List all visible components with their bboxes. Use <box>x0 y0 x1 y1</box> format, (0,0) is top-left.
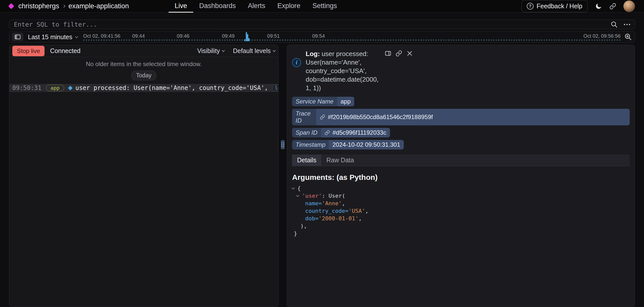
close-icon <box>406 50 413 57</box>
chevron-down-icon <box>222 49 225 52</box>
service-name-label: Service Name <box>292 97 337 106</box>
histogram-bar <box>246 32 247 41</box>
time-range-label: Last 15 minutes <box>28 33 72 41</box>
code-line: name='Anne', <box>292 200 369 207</box>
chevron-down-icon <box>75 35 78 38</box>
stop-live-button[interactable]: Stop live <box>12 46 45 56</box>
link-icon <box>325 130 330 135</box>
logfire-tag: logfire <box>272 85 278 91</box>
default-levels-label: Default levels <box>233 47 271 55</box>
tab-dashboards[interactable]: Dashboards <box>193 0 242 13</box>
tab-raw-data[interactable]: Raw Data <box>321 155 359 166</box>
timestamp-label: Timestamp <box>292 140 329 149</box>
detail-title: Log: user processed: User(name='Anne', c… <box>306 49 380 92</box>
histogram-bar <box>244 39 246 41</box>
info-icon: i <box>292 58 301 67</box>
visibility-label: Visibility <box>197 47 220 55</box>
attribute-chips: Service Name app Trace ID #f2019b98b550c… <box>292 97 630 149</box>
empty-message: No older items in the selected time wind… <box>9 57 278 68</box>
time-tick: 09:54 <box>312 33 325 39</box>
feedback-help-button[interactable]: ? Feedback / Help <box>521 0 588 12</box>
connection-status: Connected <box>50 47 80 55</box>
time-tick: 09:44 <box>132 33 145 39</box>
detail-panel: i Log: user processed: User(name='Anne',… <box>287 45 635 307</box>
live-list-panel: Stop live Connected Visibility Default l… <box>9 45 278 307</box>
time-tick: Oct 02, 09:41:56 <box>83 33 120 39</box>
trace-id-label: Trace ID <box>292 109 316 125</box>
main-area: Stop live Connected Visibility Default l… <box>9 45 635 307</box>
link-icon <box>320 114 325 120</box>
tab-settings[interactable]: Settings <box>306 0 343 13</box>
panel-resize-handle[interactable] <box>281 140 285 149</box>
tab-explore[interactable]: Explore <box>271 0 306 13</box>
nav-right-cluster: ? Feedback / Help <box>521 0 635 12</box>
zoom-in-icon <box>624 33 632 41</box>
code-line: dob='2000-01-01', <box>292 215 369 222</box>
avatar[interactable] <box>623 1 635 12</box>
span-id-value: #d5c996f11192033c <box>333 129 386 136</box>
trace-id-chip[interactable]: Trace ID #f2019b98b550cd8a61546c2f918895… <box>292 109 630 125</box>
link-icon <box>395 50 402 57</box>
sidebar-toggle-icon <box>14 34 21 40</box>
breadcrumb-project[interactable]: example-application <box>68 2 129 10</box>
time-range-select[interactable]: Last 15 minutes <box>28 33 78 41</box>
tab-details[interactable]: Details <box>292 155 321 166</box>
tab-alerts[interactable]: Alerts <box>242 0 271 13</box>
timestamp-chip: Timestamp 2024-10-02 09:50:31.301 <box>292 140 404 149</box>
code-line: country_code='USA', <box>292 207 369 215</box>
log-timestamp: 09:50:31 <box>12 84 42 91</box>
code-line: } <box>292 230 369 237</box>
span-id-chip[interactable]: Span ID #d5c996f11192033c <box>292 128 390 137</box>
visibility-dropdown[interactable]: Visibility <box>197 47 224 55</box>
share-link-button[interactable] <box>609 3 616 10</box>
timeline-baseline <box>83 39 621 41</box>
collapse-caret-icon[interactable] <box>296 194 299 197</box>
service-name-chip: Service Name app <box>292 97 354 106</box>
sql-filter-bar <box>9 20 635 29</box>
breadcrumb: christophergs example-application <box>18 2 129 10</box>
time-bar: Last 15 minutes Oct 02, 09:41:5609:4409:… <box>9 31 635 43</box>
zoom-button[interactable] <box>624 33 632 41</box>
search-icon[interactable] <box>610 21 618 28</box>
panel-icon <box>385 50 391 57</box>
log-row[interactable]: 09:50:31 app user processed: User(name='… <box>9 84 278 92</box>
logfire-logo-icon[interactable] <box>8 3 14 9</box>
sql-filter-input[interactable] <box>14 21 610 28</box>
time-tick: 09:46 <box>177 33 189 39</box>
timestamp-value: 2024-10-02 09:50:31.301 <box>329 140 404 149</box>
code-line: { <box>292 185 369 192</box>
histogram-bar <box>248 38 250 41</box>
time-tick: 09:51 <box>267 33 280 39</box>
default-levels-dropdown[interactable]: Default levels <box>233 47 275 55</box>
code-line: ), <box>292 222 369 230</box>
code-line: 'user': User( <box>292 192 369 200</box>
detail-header: i Log: user processed: User(name='Anne',… <box>292 49 630 92</box>
collapse-caret-icon[interactable] <box>292 186 295 189</box>
question-icon: ? <box>527 3 534 10</box>
detail-title-prefix: Log: <box>306 50 320 58</box>
nav-tabs: LiveDashboardsAlertsExploreSettings <box>169 0 343 13</box>
panel-divider <box>278 45 287 307</box>
sidebar-toggle-button[interactable] <box>12 33 23 41</box>
trace-id-value: #f2019b98b550cd8a61546c2f9188959f <box>328 114 433 121</box>
copy-link-button[interactable] <box>395 50 402 57</box>
span-id-label: Span ID <box>292 128 321 137</box>
more-options-icon[interactable] <box>624 24 630 25</box>
histogram-bar <box>247 34 248 41</box>
arguments-heading: Arguments: (as Python) <box>292 173 378 182</box>
breadcrumb-org[interactable]: christophergs <box>18 2 59 10</box>
time-tick: Oct 02, 09:56:56 <box>583 33 621 39</box>
link-icon <box>609 3 616 10</box>
close-panel-button[interactable] <box>406 50 413 57</box>
theme-toggle-button[interactable] <box>595 3 602 10</box>
time-tick: 09:49 <box>222 33 234 39</box>
live-list-body: No older items in the selected time wind… <box>9 57 278 307</box>
today-button[interactable]: Today <box>131 71 156 80</box>
log-level-diamond-icon <box>68 86 72 90</box>
open-panel-button[interactable] <box>385 50 391 57</box>
service-name-value: app <box>337 97 354 106</box>
live-header: Stop live Connected Visibility Default l… <box>9 45 278 57</box>
moon-icon <box>595 3 602 10</box>
tab-live[interactable]: Live <box>169 0 193 13</box>
timeline[interactable]: Oct 02, 09:41:5609:4409:4609:4909:5109:5… <box>83 31 621 42</box>
